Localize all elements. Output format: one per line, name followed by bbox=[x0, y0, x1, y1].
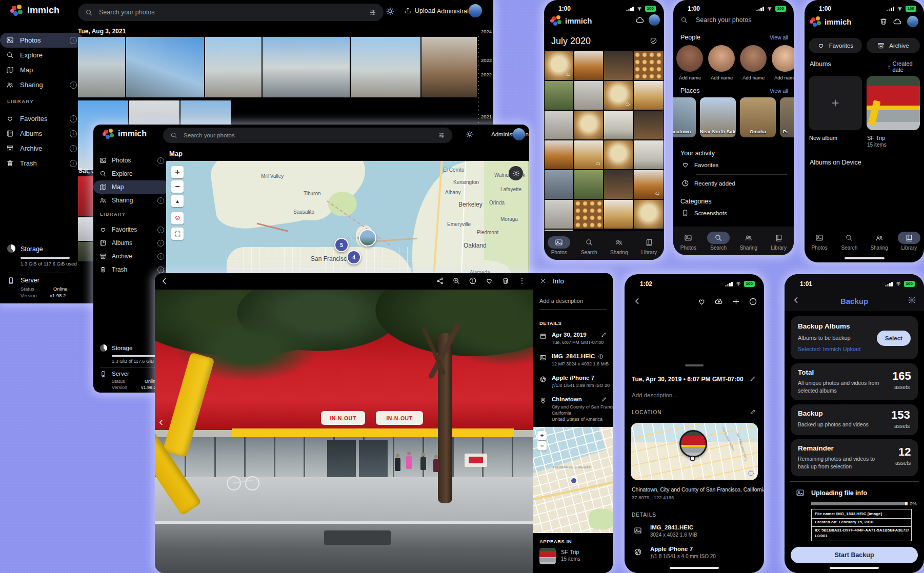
place-card[interactable]: Chinatown bbox=[673, 97, 696, 137]
sort-button[interactable]: ↑ Created date bbox=[888, 60, 924, 73]
search-input[interactable]: Search your photos bbox=[680, 16, 751, 24]
filter-icon[interactable] bbox=[369, 9, 376, 16]
map-attribution-icon[interactable] bbox=[748, 470, 754, 477]
app-logo[interactable]: immich bbox=[104, 129, 147, 139]
cloud-upload-icon[interactable] bbox=[714, 297, 724, 306]
scrubber-year[interactable]: 2024 bbox=[481, 29, 492, 34]
sidebar-item-archive[interactable]: Archive i bbox=[0, 141, 83, 156]
theme-toggle-button[interactable] bbox=[466, 130, 474, 138]
recently-added-row[interactable]: Recently added bbox=[681, 179, 735, 187]
album-name[interactable]: SF Trip bbox=[867, 135, 885, 141]
start-backup-button[interactable]: Start Backup bbox=[791, 547, 918, 563]
map-layers-toggle-button[interactable] bbox=[171, 212, 184, 224]
photo-tile[interactable] bbox=[78, 37, 125, 97]
location-map[interactable]: San Francisco Ferry The Embarcadero bbox=[631, 423, 758, 480]
photo-tile[interactable] bbox=[634, 81, 664, 110]
sidebar-item-albums[interactable]: Albums i bbox=[0, 126, 83, 141]
photo-tile[interactable] bbox=[205, 37, 262, 97]
map-zoom-out-button[interactable]: − bbox=[537, 441, 547, 451]
sheet-drag-handle[interactable] bbox=[685, 364, 704, 366]
settings-button[interactable] bbox=[908, 296, 916, 304]
people-view-all[interactable]: View all bbox=[770, 34, 788, 40]
place-card[interactable]: Pi bbox=[780, 97, 794, 137]
scrubber-year[interactable]: 2022 bbox=[481, 72, 492, 77]
album-link[interactable]: SF Trip bbox=[561, 549, 579, 555]
app-logo[interactable]: immich bbox=[11, 5, 59, 16]
place-card[interactable]: Near North Side bbox=[700, 97, 736, 137]
album-card[interactable] bbox=[867, 76, 920, 130]
nav-library[interactable]: Library bbox=[638, 236, 660, 255]
description-placeholder[interactable]: Add a description bbox=[539, 298, 583, 304]
map-cluster-marker[interactable]: 4 bbox=[347, 250, 361, 264]
trash-button[interactable] bbox=[879, 17, 888, 26]
nav-search[interactable]: Search bbox=[707, 232, 730, 251]
info-map[interactable]: FISHERMAN'S WHARF + − bbox=[533, 427, 613, 533]
close-info-button[interactable] bbox=[539, 277, 547, 284]
face-circle[interactable] bbox=[772, 45, 794, 72]
album-thumbnail[interactable] bbox=[539, 548, 556, 564]
sidebar-item-map[interactable]: Map bbox=[0, 63, 83, 77]
search-input[interactable]: Search your photos bbox=[163, 128, 452, 143]
edit-date-button[interactable] bbox=[750, 375, 756, 382]
photo-tile[interactable] bbox=[574, 81, 603, 110]
scrubber-track[interactable] bbox=[478, 36, 479, 138]
back-button[interactable] bbox=[160, 277, 169, 285]
favorite-icon[interactable] bbox=[697, 297, 706, 306]
edit-location-button[interactable] bbox=[601, 396, 607, 402]
search-input[interactable]: Search your photos bbox=[78, 4, 384, 21]
photo-tile[interactable] bbox=[263, 37, 350, 97]
add-name-label[interactable]: Add name bbox=[679, 75, 701, 80]
photo-tile[interactable] bbox=[574, 200, 603, 229]
photo-tile[interactable] bbox=[604, 170, 633, 199]
sidebar-item-map[interactable]: Map bbox=[93, 180, 170, 194]
photo-tile[interactable] bbox=[604, 140, 633, 169]
sidebar-item-favorites[interactable]: Favorites i bbox=[0, 111, 83, 126]
upload-button[interactable]: Upload bbox=[404, 7, 435, 14]
places-view-all[interactable]: View all bbox=[770, 88, 788, 94]
more-options-icon[interactable] bbox=[518, 277, 526, 285]
scrubber-year[interactable]: 2021 bbox=[481, 114, 492, 119]
map-fullscreen-button[interactable] bbox=[171, 228, 184, 240]
face-circle[interactable] bbox=[676, 45, 703, 72]
sidebar-item-explore[interactable]: Explore bbox=[93, 167, 170, 180]
photo-tile[interactable] bbox=[604, 51, 633, 80]
favorites-row[interactable]: Favorites bbox=[681, 161, 718, 169]
nav-photos[interactable]: Photos bbox=[548, 236, 570, 255]
photo-tile[interactable] bbox=[421, 37, 477, 97]
photo-tile[interactable] bbox=[574, 111, 603, 139]
add-name-label[interactable]: Add name bbox=[774, 75, 794, 80]
photo-tile[interactable] bbox=[634, 51, 664, 80]
sync-cloud-button[interactable] bbox=[893, 17, 902, 26]
photo-tile[interactable] bbox=[545, 111, 573, 139]
photo-tile[interactable] bbox=[545, 200, 573, 229]
photo-tile[interactable] bbox=[545, 170, 573, 199]
photo-tile[interactable] bbox=[351, 37, 420, 97]
nav-search[interactable]: Search bbox=[838, 232, 860, 251]
nav-photos[interactable]: Photos bbox=[677, 232, 699, 251]
delete-icon[interactable] bbox=[501, 277, 510, 285]
share-icon[interactable] bbox=[436, 277, 444, 285]
sidebar-item-archive[interactable]: Archive i bbox=[93, 250, 170, 263]
new-album-card[interactable] bbox=[809, 76, 862, 130]
add-name-label[interactable]: Add name bbox=[742, 75, 765, 80]
photo-marker-thumbnail[interactable] bbox=[359, 229, 376, 247]
photo-tile[interactable] bbox=[545, 140, 573, 169]
sidebar-item-photos[interactable]: Photos i bbox=[0, 33, 83, 48]
favorite-icon[interactable] bbox=[485, 277, 493, 285]
photo-tile[interactable] bbox=[604, 111, 633, 139]
screenshots-row[interactable]: Screenshots bbox=[681, 209, 727, 217]
nav-sharing[interactable]: Sharing bbox=[868, 232, 891, 251]
photo-viewer-image[interactable]: IN-N-OUT IN-N-OUT bbox=[155, 290, 533, 573]
map-cluster-marker[interactable]: 5 bbox=[334, 238, 349, 252]
map-settings-button[interactable] bbox=[509, 166, 523, 180]
place-card[interactable]: Omaha bbox=[740, 97, 776, 137]
description-placeholder[interactable]: Add description... bbox=[632, 392, 677, 398]
map-compass-button[interactable]: ▲ bbox=[171, 195, 184, 207]
favorites-button[interactable]: Favorites bbox=[809, 38, 862, 53]
nav-library[interactable]: Library bbox=[768, 232, 790, 251]
avatar[interactable] bbox=[513, 128, 525, 140]
avatar[interactable] bbox=[907, 16, 918, 27]
avatar[interactable] bbox=[469, 4, 482, 17]
face-circle[interactable] bbox=[740, 45, 767, 72]
sidebar-item-favorites[interactable]: Favorites i bbox=[93, 223, 170, 236]
